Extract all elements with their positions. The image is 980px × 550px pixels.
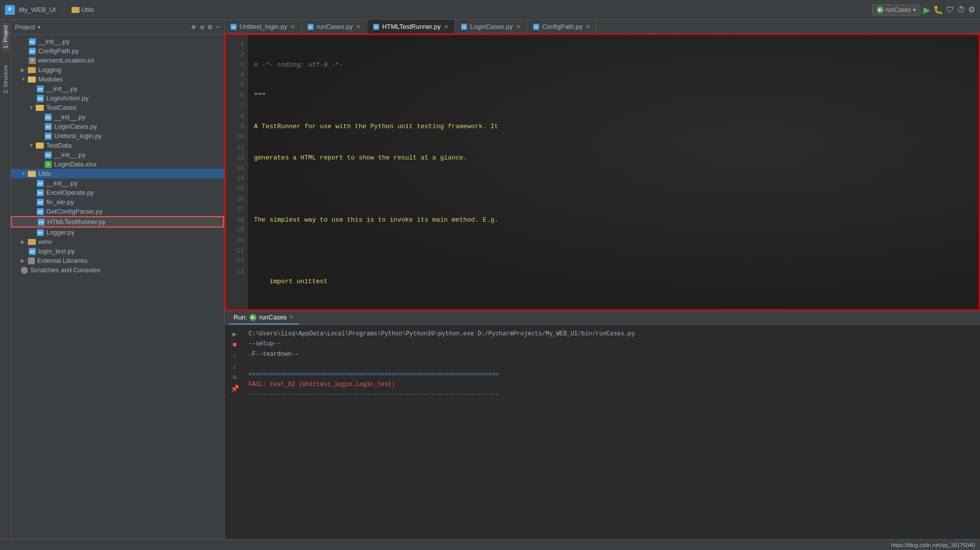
toolbar-right: ▶ runCases ▾ ▶ 🐛 🛡 ⏱ ⚙: [872, 4, 975, 15]
py-icon: py: [29, 48, 36, 55]
bottom-tabs: Run: ▶ runCases ✕: [225, 311, 980, 325]
file-item-init1[interactable]: py __init__.py: [11, 37, 224, 46]
file-item-unittest-login[interactable]: py Unittest_login.py: [11, 131, 224, 141]
xlsx-icon: X: [45, 161, 52, 168]
file-item-init5[interactable]: py __init__.py: [11, 178, 224, 188]
file-item-scratches[interactable]: Scratches and Consoles: [11, 265, 224, 275]
file-item-init4[interactable]: py __init__.py: [11, 150, 224, 159]
code-line-9: import HTMLTestRunner: [254, 308, 973, 309]
code-line-8: import unittest: [254, 277, 973, 287]
tab-runcases[interactable]: py runCases.py ✕: [302, 20, 367, 33]
bottom-tab-run[interactable]: Run: ▶ runCases ✕: [229, 311, 299, 324]
folder-arrow: ▼: [21, 171, 26, 176]
console-scroll-up-icon[interactable]: ↑: [231, 352, 239, 360]
line-num-2: 2: [232, 50, 244, 60]
line-num-3: 3: [232, 60, 244, 71]
folder-utils[interactable]: ▼ Utils: [11, 169, 224, 178]
console-scroll-down-icon[interactable]: ↓: [231, 363, 239, 371]
folder-logging[interactable]: ▶ Logging: [11, 65, 224, 75]
tab-logincases[interactable]: py LoginCases.py ✕: [455, 20, 527, 33]
folder-testcases[interactable]: ▼ TestCases: [11, 103, 224, 112]
minimize-icon[interactable]: −: [216, 23, 220, 31]
coverage-button[interactable]: 🛡: [946, 5, 954, 14]
py-icon: py: [45, 133, 52, 140]
folder-arrow: ▼: [21, 77, 26, 82]
line-num-12: 12: [232, 153, 244, 163]
project-dropdown-arrow[interactable]: ▾: [38, 24, 40, 30]
code-line-3: A TestRunner for use with the Python uni…: [254, 122, 973, 132]
tab-close-runcases[interactable]: ✕: [356, 23, 361, 30]
code-line-4: generates a HTML report to show the resu…: [254, 153, 973, 163]
file-item-fin-ele[interactable]: py fin_ele.py: [11, 197, 224, 207]
py-icon: py: [29, 248, 36, 255]
py-icon: py: [37, 180, 44, 187]
console-stop-icon[interactable]: ■: [231, 341, 239, 349]
breadcrumb: Utils: [72, 6, 94, 13]
code-line-6: The simplest way to use this is to invok…: [254, 215, 973, 226]
code-editor-inner[interactable]: 1 2 3 4 5 6 7 8 9 10 11 12 13 14 15 16 1: [225, 34, 980, 311]
debug-button[interactable]: 🐛: [933, 5, 943, 14]
breadcrumb-separator: ›: [62, 6, 65, 13]
file-item-logincases[interactable]: py LoginCases.py: [11, 122, 224, 131]
line-numbers: 1 2 3 4 5 6 7 8 9 10 11 12 13 14 15 16 1: [226, 35, 248, 309]
tab-close-htmltestrunner[interactable]: ✕: [444, 23, 449, 30]
line-num-20: 20: [232, 236, 244, 246]
line-num-11: 11: [232, 143, 244, 153]
collapse-icon[interactable]: ⇉: [200, 23, 204, 31]
run-tab-icon: ▶: [249, 314, 256, 321]
py-icon: py: [37, 95, 44, 102]
console-line-7: ----------------------------------------…: [248, 390, 974, 399]
top-toolbar: P My_WEB_UI › Utils ▶ runCases ▾ ▶ 🐛 🛡 ⏱…: [0, 0, 980, 20]
folder-open-icon: [28, 77, 36, 82]
profile-button[interactable]: ⏱: [957, 5, 965, 14]
side-tab-project[interactable]: 1: Project: [1, 22, 9, 51]
tab-close-configpath[interactable]: ✕: [585, 23, 590, 30]
tab-htmltestrunner[interactable]: py HTMLTestRunner.py ✕: [367, 20, 455, 33]
file-item-logindata[interactable]: X LoginData.xlsx: [11, 159, 224, 169]
line-num-21: 21: [232, 246, 244, 256]
tab-py-icon: py: [461, 24, 467, 30]
file-item-loginaction[interactable]: py LoginAction.py: [11, 93, 224, 103]
sync-icon[interactable]: ⊕: [191, 23, 195, 31]
tab-close-logincases[interactable]: ✕: [516, 23, 521, 30]
tab-unittest-login[interactable]: py Unittest_login.py ✕: [225, 20, 302, 33]
tab-configpath[interactable]: py ConfigPath.py ✕: [527, 20, 597, 33]
file-item-getconfigparser[interactable]: py GetConfigParser.py: [11, 207, 224, 216]
file-item-init3[interactable]: py __init__.py: [11, 112, 224, 122]
app-title: My_WEB_UI: [19, 6, 56, 13]
status-url[interactable]: https://blog.csdn.net/qq_38175040: [891, 542, 975, 548]
file-item-elementloc[interactable]: ≡ elementLocation.ini: [11, 56, 224, 65]
console-line-1: C:\Users\lisq\AppData\Local\Programs\Pyt…: [248, 329, 974, 339]
console-line-4: [248, 359, 974, 369]
console-wrap-icon[interactable]: ≡: [231, 374, 239, 382]
folder-venv[interactable]: ▶ venv: [11, 237, 224, 246]
tab-py-icon: py: [533, 24, 539, 30]
file-item-excelop[interactable]: py ExcelOperate.py: [11, 188, 224, 197]
settings-button[interactable]: ⚙: [968, 5, 975, 14]
folder-modules[interactable]: ▼ Modules: [11, 75, 224, 84]
console-pin-icon[interactable]: 📌: [231, 385, 239, 393]
folder-arrow: ▶: [21, 258, 26, 263]
run-button[interactable]: ▶: [923, 4, 930, 15]
line-num-14: 14: [232, 173, 244, 184]
folder-icon: [28, 67, 36, 73]
gear-icon[interactable]: ⚙: [208, 23, 212, 31]
console-run-icon[interactable]: ▶: [231, 330, 239, 338]
file-item-external-libs[interactable]: ▶ External Libraries: [11, 256, 224, 265]
folder-arrow: ▼: [29, 143, 34, 148]
file-item-init2[interactable]: py __init__.py: [11, 84, 224, 93]
file-item-configpath[interactable]: py ConfigPath.py: [11, 46, 224, 56]
side-tab-structure[interactable]: 2: Structure: [1, 62, 9, 96]
tab-close-unittest-login[interactable]: ✕: [290, 23, 295, 30]
console-line-6: FAIL: test_02 (Unittest_login.Login_test…: [248, 380, 974, 390]
line-num-13: 13: [232, 163, 244, 174]
file-item-login-test[interactable]: py login_test.py: [11, 246, 224, 256]
file-item-htmltestrunner[interactable]: py HTMLTestRunner.py: [11, 216, 224, 228]
ini-icon: ≡: [29, 57, 36, 64]
file-item-logger[interactable]: py Logger.py: [11, 228, 224, 237]
run-config-button[interactable]: ▶ runCases ▾: [872, 4, 920, 15]
line-num-8: 8: [232, 112, 244, 122]
folder-testdata[interactable]: ▼ TestData: [11, 141, 224, 150]
breadcrumb-folder-icon: [72, 7, 80, 13]
run-tab-close[interactable]: ✕: [289, 314, 294, 320]
